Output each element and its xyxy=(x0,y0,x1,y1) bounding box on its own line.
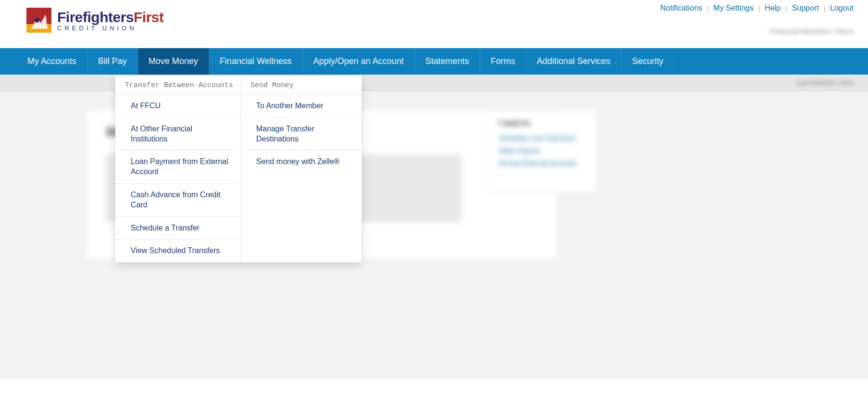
mega-col-send-money: Send Money To Another Member Manage Tran… xyxy=(240,76,361,262)
separator: | xyxy=(785,5,787,12)
separator: | xyxy=(707,5,708,12)
nav-forms[interactable]: Forms xyxy=(480,48,526,75)
mega-item-at-ffcu[interactable]: At FFCU xyxy=(115,95,239,118)
mega-item-view-scheduled[interactable]: View Scheduled Transfers xyxy=(115,240,239,262)
link-my-settings[interactable]: My Settings xyxy=(713,4,754,13)
nav-additional-services[interactable]: Additional Services xyxy=(526,48,621,75)
user-line: Featured Members | More xyxy=(770,27,854,35)
mega-item-cash-advance[interactable]: Cash Advance from Credit Card xyxy=(115,184,239,217)
mega-header-transfer: Transfer Between Accounts xyxy=(115,76,239,95)
main-nav: My Accounts Bill Pay Move Money Financia… xyxy=(0,48,868,75)
top-links: Notifications | My Settings | Help | Sup… xyxy=(660,4,854,13)
mega-header-send-money: Send Money xyxy=(241,76,361,95)
mega-item-zelle[interactable]: Send money with Zelle® xyxy=(241,151,361,173)
blurred-side-title: I want to xyxy=(499,119,587,128)
move-money-mega-menu: Transfer Between Accounts At FFCU At Oth… xyxy=(115,76,361,262)
nav-move-money[interactable]: Move Money xyxy=(138,48,209,75)
header-right: Notifications | My Settings | Help | Sup… xyxy=(660,4,854,35)
svg-point-2 xyxy=(35,18,39,23)
nav-statements[interactable]: Statements xyxy=(415,48,480,75)
link-support[interactable]: Support xyxy=(792,4,819,13)
mega-item-manage-destinations[interactable]: Manage Transfer Destinations xyxy=(241,118,361,151)
blurred-side-link: Schedule Loan Payments xyxy=(499,134,587,142)
separator: | xyxy=(824,5,825,12)
nav-financial-wellness[interactable]: Financial Wellness xyxy=(209,48,303,75)
nav-my-accounts[interactable]: My Accounts xyxy=(17,48,87,75)
mega-item-to-another-member[interactable]: To Another Member xyxy=(241,95,361,118)
logo-text-ff: Firefighters xyxy=(57,9,134,25)
logo-mark-icon xyxy=(26,8,51,33)
mega-item-other-fi[interactable]: At Other Financial Institutions xyxy=(115,118,239,151)
logo-subtext: CREDIT UNION xyxy=(57,25,164,32)
logo-text: FirefightersFirst CREDIT UNION xyxy=(57,9,164,32)
mega-item-loan-payment-external[interactable]: Loan Payment from External Account xyxy=(115,151,239,184)
logo[interactable]: FirefightersFirst CREDIT UNION xyxy=(26,8,164,33)
nav-apply-open[interactable]: Apply/Open an Account xyxy=(303,48,415,75)
mega-item-schedule-transfer[interactable]: Schedule a Transfer xyxy=(115,217,239,240)
separator: | xyxy=(758,5,760,12)
blurred-side-panel: I want to Schedule Loan Payments Make De… xyxy=(490,110,596,192)
blurred-side-link: Review External Accounts xyxy=(499,159,587,167)
logo-text-first: First xyxy=(134,9,164,25)
nav-security[interactable]: Security xyxy=(621,48,674,75)
link-notifications[interactable]: Notifications xyxy=(660,4,702,13)
subbar-text: Last Refresh | Now xyxy=(796,79,854,87)
link-help[interactable]: Help xyxy=(765,4,781,13)
link-logout[interactable]: Logout xyxy=(830,4,854,13)
mega-col-transfer: Transfer Between Accounts At FFCU At Oth… xyxy=(115,76,239,262)
nav-bill-pay[interactable]: Bill Pay xyxy=(87,48,138,75)
blurred-side-link: Make Deposit xyxy=(499,147,587,154)
header: FirefightersFirst CREDIT UNION Notificat… xyxy=(0,0,868,48)
